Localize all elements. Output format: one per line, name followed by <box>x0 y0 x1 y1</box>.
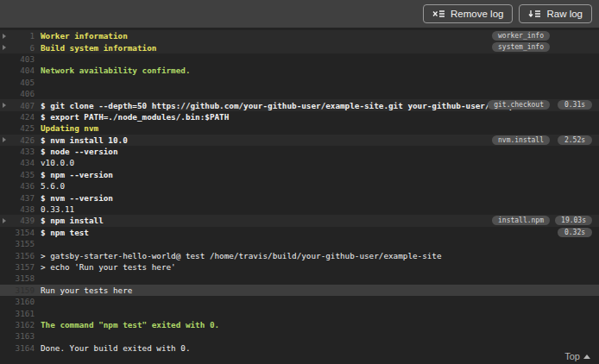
chevron-up-icon <box>583 355 590 359</box>
log-lines: 1 Worker information worker_info 6 Build… <box>0 30 599 354</box>
job-tag-badge: worker_info <box>492 31 550 41</box>
log-line-row: 438 0.33.11 <box>0 204 599 215</box>
log-line-row: 3162 The command "npm test" exited with … <box>0 319 599 330</box>
log-line-row: 403 <box>0 53 599 65</box>
line-number[interactable]: 1 <box>11 31 35 41</box>
log-toolbar: Remove log Raw log <box>0 0 599 28</box>
duration-badge: 0.31s <box>558 100 592 110</box>
line-number[interactable]: 425 <box>11 123 35 133</box>
duration-badge: 0.32s <box>558 228 592 237</box>
log-line-row: 407 $ git clone --depth=50 https://githu… <box>0 99 599 110</box>
line-number[interactable]: 405 <box>11 78 35 87</box>
line-number[interactable]: 3155 <box>11 239 35 248</box>
line-number[interactable]: 6 <box>11 43 35 53</box>
log-line-row: 406 <box>0 88 599 99</box>
log-line-row: 3163 <box>0 330 599 342</box>
line-number[interactable]: 407 <box>11 101 35 110</box>
line-number[interactable]: 3154 <box>11 228 35 237</box>
log-line-row: 6 Build system information system_info <box>0 41 599 53</box>
log-line-row: 425 Updating nvm <box>0 122 599 134</box>
line-number[interactable]: 403 <box>11 54 35 64</box>
log-line-row: 3161 <box>0 307 599 318</box>
line-number[interactable]: 3159 <box>11 286 35 295</box>
raw-log-icon <box>528 9 541 18</box>
line-text: The command "npm test" exited with 0. <box>41 320 219 329</box>
log-line-row: 435 $ npm --version <box>0 169 599 180</box>
line-number[interactable]: 3158 <box>11 273 35 283</box>
log-line-row: 433 $ node --version <box>0 146 599 157</box>
log-line-row: 437 $ nvm --version <box>0 191 599 203</box>
line-number[interactable]: 3156 <box>11 251 35 260</box>
log-line-row: 3164 Done. Your build exited with 0. <box>0 342 599 354</box>
line-number[interactable]: 439 <box>11 216 35 225</box>
line-number[interactable]: 3163 <box>11 331 35 341</box>
fold-arrow-icon[interactable] <box>3 45 11 50</box>
top-link-label: Top <box>564 351 580 361</box>
log-line-row: 434 v10.0.0 <box>0 157 599 168</box>
log-line-row: 404 Network availability confirmed. <box>0 65 599 76</box>
remove-log-button[interactable]: Remove log <box>423 4 513 23</box>
line-number[interactable]: 3162 <box>11 320 35 329</box>
line-text: $ npm install <box>41 216 104 225</box>
log-line-row: 3160 <box>0 296 599 307</box>
fold-arrow-icon[interactable] <box>3 34 11 39</box>
line-number[interactable]: 426 <box>11 135 35 145</box>
duration-badge: 2.52s <box>558 135 592 145</box>
fold-arrow-icon[interactable] <box>3 137 11 142</box>
scroll-to-top-link[interactable]: Top <box>564 351 590 361</box>
line-text: v10.0.0 <box>41 158 74 167</box>
line-text: Run your tests here <box>41 286 132 295</box>
line-number[interactable]: 434 <box>11 158 35 167</box>
line-text: $ node --version <box>41 147 118 156</box>
line-number[interactable]: 424 <box>11 112 35 122</box>
line-text: Updating nvm <box>41 123 98 133</box>
log-line-row: 3159 Run your tests here <box>0 285 599 296</box>
line-text: $ npm test <box>41 228 89 237</box>
log-line-row: 436 5.6.0 <box>0 180 599 191</box>
raw-log-label: Raw log <box>546 9 583 19</box>
duration-badge: 19.03s <box>555 216 592 225</box>
line-text: $ nvm install 10.0 <box>41 135 128 145</box>
line-text: > echo 'Run your tests here' <box>41 262 176 272</box>
line-text: $ nvm --version <box>41 193 113 203</box>
log-line-row: 3157 > echo 'Run your tests here' <box>0 261 599 273</box>
line-number[interactable]: 3157 <box>11 262 35 272</box>
line-text: Build system information <box>41 43 156 53</box>
build-log-page: Remove log Raw log 1 Worker information … <box>0 0 599 364</box>
line-text: 0.33.11 <box>41 204 74 214</box>
line-number[interactable]: 433 <box>11 147 35 156</box>
line-number[interactable]: 406 <box>11 89 35 98</box>
log-line-row: 3156 > gatsby-starter-hello-world@ test … <box>0 249 599 260</box>
remove-log-label: Remove log <box>451 9 503 19</box>
line-text: $ git clone --depth=50 https://github.co… <box>41 101 528 110</box>
log-line-row: 439 $ npm install install.npm19.03s <box>0 215 599 226</box>
job-tag-badge: nvm.install <box>492 135 550 145</box>
line-number[interactable]: 435 <box>11 170 35 179</box>
line-number[interactable]: 404 <box>11 66 35 75</box>
line-number[interactable]: 3161 <box>11 309 35 318</box>
line-text: > gatsby-starter-hello-world@ test /home… <box>41 251 442 260</box>
remove-log-icon <box>432 9 445 18</box>
job-tag-badge: git.checkout <box>488 100 550 110</box>
line-number[interactable]: 438 <box>11 204 35 214</box>
line-text: Worker information <box>41 31 128 41</box>
log-line-row: 405 <box>0 77 599 88</box>
fold-arrow-icon[interactable] <box>3 103 11 108</box>
job-tag-badge: install.npm <box>492 216 550 225</box>
line-number[interactable]: 3160 <box>11 297 35 306</box>
line-number[interactable]: 437 <box>11 193 35 203</box>
log-line-row: 3155 <box>0 238 599 249</box>
line-number[interactable]: 436 <box>11 181 35 191</box>
log-line-row: 3158 <box>0 273 599 284</box>
fold-arrow-icon[interactable] <box>3 218 11 223</box>
line-text: $ npm --version <box>41 170 113 179</box>
build-log: 1 Worker information worker_info 6 Build… <box>0 28 599 364</box>
line-number[interactable]: 3164 <box>11 343 35 353</box>
line-text: Network availability confirmed. <box>41 66 191 75</box>
line-text: 5.6.0 <box>41 181 65 191</box>
raw-log-button[interactable]: Raw log <box>519 4 592 23</box>
log-line-row: 3154 $ npm test 0.32s <box>0 227 599 238</box>
log-line-row: 426 $ nvm install 10.0 nvm.install2.52s <box>0 135 599 146</box>
line-text: $ export PATH=./node_modules/.bin:$PATH <box>41 112 229 122</box>
log-line-row: 1 Worker information worker_info <box>0 30 599 41</box>
